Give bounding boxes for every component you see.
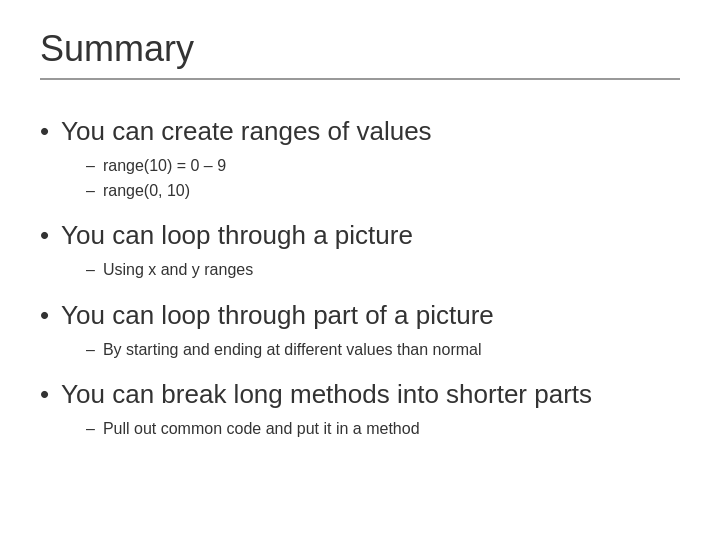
bullet-text-2: You can loop through a picture xyxy=(61,220,413,251)
sub-bullets-2: – Using x and y ranges xyxy=(86,259,680,281)
bullet-dot-3: • xyxy=(40,300,49,331)
sub-dash-1-2: – xyxy=(86,180,95,202)
sub-bullets-1: – range(10) = 0 – 9 – range(0, 10) xyxy=(86,155,680,202)
bullet-text-4: You can break long methods into shorter … xyxy=(61,379,592,410)
bullet-dot-2: • xyxy=(40,220,49,251)
bullet-main-3: • You can loop through part of a picture xyxy=(40,300,680,331)
bullet-group-2: • You can loop through a picture – Using… xyxy=(40,220,680,282)
bullet-main-4: • You can break long methods into shorte… xyxy=(40,379,680,410)
bullet-text-3: You can loop through part of a picture xyxy=(61,300,494,331)
slide-title: Summary xyxy=(40,28,680,70)
slide: Summary • You can create ranges of value… xyxy=(0,0,720,540)
sub-text-2-1: Using x and y ranges xyxy=(103,259,253,281)
bullet-dot-4: • xyxy=(40,379,49,410)
sub-bullets-3: – By starting and ending at different va… xyxy=(86,339,680,361)
sub-bullet-4-1: – Pull out common code and put it in a m… xyxy=(86,418,680,440)
bullet-main-2: • You can loop through a picture xyxy=(40,220,680,251)
bullet-group-3: • You can loop through part of a picture… xyxy=(40,300,680,362)
bullet-group-1: • You can create ranges of values – rang… xyxy=(40,116,680,202)
sub-bullet-1-1: – range(10) = 0 – 9 xyxy=(86,155,680,177)
sub-text-4-1: Pull out common code and put it in a met… xyxy=(103,418,420,440)
content-area: • You can create ranges of values – rang… xyxy=(40,116,680,441)
bullet-group-4: • You can break long methods into shorte… xyxy=(40,379,680,441)
title-section: Summary xyxy=(40,28,680,80)
sub-dash-1-1: – xyxy=(86,155,95,177)
sub-bullets-4: – Pull out common code and put it in a m… xyxy=(86,418,680,440)
sub-bullet-2-1: – Using x and y ranges xyxy=(86,259,680,281)
sub-dash-2-1: – xyxy=(86,259,95,281)
sub-bullet-3-1: – By starting and ending at different va… xyxy=(86,339,680,361)
sub-dash-3-1: – xyxy=(86,339,95,361)
sub-bullet-1-2: – range(0, 10) xyxy=(86,180,680,202)
bullet-text-1: You can create ranges of values xyxy=(61,116,432,147)
sub-text-3-1: By starting and ending at different valu… xyxy=(103,339,482,361)
title-underline xyxy=(40,78,680,80)
sub-text-1-1: range(10) = 0 – 9 xyxy=(103,155,226,177)
bullet-main-1: • You can create ranges of values xyxy=(40,116,680,147)
bullet-dot-1: • xyxy=(40,116,49,147)
sub-dash-4-1: – xyxy=(86,418,95,440)
sub-text-1-2: range(0, 10) xyxy=(103,180,190,202)
